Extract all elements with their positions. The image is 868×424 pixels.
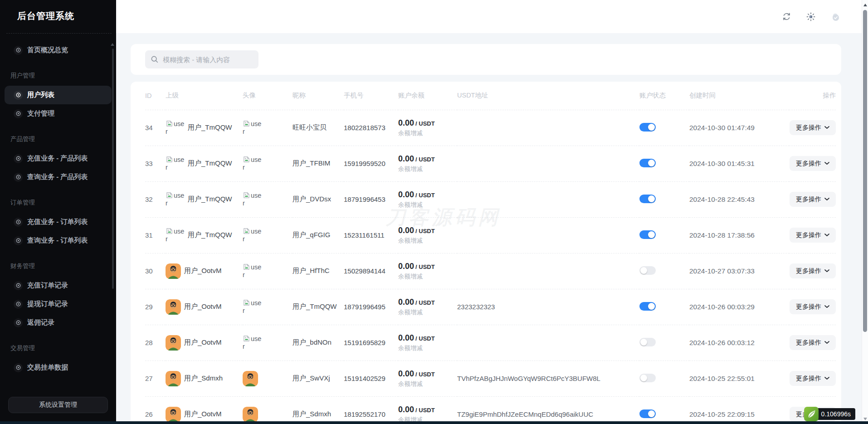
scroll-down-arrow[interactable] (863, 418, 867, 420)
more-actions-button[interactable]: 更多操作 (790, 263, 836, 278)
balance-adjust-link[interactable]: 余额增减 (398, 380, 457, 388)
balance-adjust-link[interactable]: 余额增减 (398, 200, 457, 209)
account-status-toggle[interactable] (639, 374, 656, 382)
parent-avatar: user (166, 120, 185, 135)
page-scrollbar[interactable] (862, 0, 868, 424)
plugin-leaf-icon[interactable] (804, 407, 819, 421)
parent-avatar: user (166, 191, 185, 207)
cell-parent-name: 用户_TmQQW (188, 231, 232, 239)
account-status-toggle[interactable] (639, 302, 656, 311)
more-actions-button[interactable]: 更多操作 (790, 371, 836, 386)
sidebar-item[interactable]: 提现订单记录 (0, 295, 116, 313)
search-icon (151, 55, 159, 63)
more-actions-label: 更多操作 (796, 339, 821, 347)
cell-balance: 0.00 (398, 190, 414, 199)
account-status-toggle[interactable] (639, 409, 656, 418)
balance-adjust-link[interactable]: 余额增减 (398, 272, 457, 281)
col-header-phone: 手机号 (344, 82, 398, 110)
cell-nickname: 用户_qFGIG (293, 217, 344, 253)
chevron-down-icon (824, 234, 829, 237)
refresh-icon[interactable] (781, 11, 792, 22)
broken-image-icon: user (166, 227, 185, 243)
balance-unit: / USDT (415, 120, 435, 127)
cell-id: 30 (145, 253, 166, 289)
sidebar-item[interactable]: 首页概况总览 (0, 41, 116, 59)
cell-phone: 15231161511 (344, 217, 398, 253)
col-header-avatar: 头像 (243, 82, 293, 110)
user-table: ID 上级 头像 昵称 手机号 账户余额 USDT地址 账户状态 创建时间 操作… (145, 82, 836, 424)
balance-adjust-link[interactable]: 余额增减 (398, 165, 457, 173)
more-actions-button[interactable]: 更多操作 (790, 299, 836, 314)
chevron-down-icon (824, 162, 829, 165)
bullseye-icon (14, 300, 23, 309)
sidebar-item-label: 支付管理 (27, 109, 54, 118)
chevron-down-icon (824, 126, 829, 129)
sidebar-scrollbar-thumb[interactable] (112, 49, 114, 289)
cell-parent-name: 用户_OotvM (184, 302, 222, 311)
cell-balance: 0.00 (398, 226, 414, 235)
topbar (116, 0, 862, 33)
cell-created-at: 2024-10-30 01:45:31 (689, 146, 789, 181)
balance-adjust-link[interactable]: 余额增减 (398, 236, 457, 245)
sidebar-item[interactable]: 交易挂单数据 (0, 358, 116, 377)
account-status-toggle[interactable] (639, 338, 656, 346)
scrollbar-thumb[interactable] (863, 10, 867, 332)
sidebar-item[interactable]: 支付管理 (0, 104, 116, 123)
cell-created-at: 2024-10-27 03:07:33 (689, 253, 789, 289)
cell-usdt-address: TZ9giE9PmhDhfJZeECMnqEDd6q96aikUUC (457, 396, 639, 424)
balance-adjust-link[interactable]: 余额增减 (398, 344, 457, 352)
sidebar-item[interactable]: 充值业务 - 订单列表 (0, 213, 116, 231)
status-check-icon[interactable] (830, 11, 841, 22)
parent-avatar: user (166, 299, 181, 315)
account-status-toggle[interactable] (639, 159, 656, 167)
table-row: 27 user (145, 361, 836, 396)
balance-unit: / USDT (415, 299, 435, 306)
sidebar-item-label: 充值业务 - 产品列表 (27, 154, 88, 163)
sidebar-item-label: 用户列表 (27, 91, 54, 99)
cell-balance: 0.00 (398, 369, 414, 378)
account-status-toggle[interactable] (639, 195, 656, 203)
sidebar-item[interactable]: 返佣记录 (0, 313, 116, 332)
account-status-toggle[interactable] (639, 266, 656, 275)
sidebar-item[interactable]: 充值业务 - 产品列表 (0, 149, 116, 168)
scroll-up-arrow[interactable] (863, 4, 867, 6)
sidebar-item[interactable]: 充值订单记录 (0, 276, 116, 295)
account-status-toggle[interactable] (639, 123, 656, 132)
balance-unit: / USDT (415, 335, 435, 342)
more-actions-button[interactable]: 更多操作 (790, 120, 836, 135)
sidebar-scroll-up-arrow[interactable] (111, 43, 114, 46)
theme-toggle-icon[interactable] (805, 11, 816, 22)
cell-id: 29 (145, 289, 166, 325)
cell-balance: 0.00 (398, 154, 414, 163)
user-avatar-image (243, 407, 293, 422)
broken-image-icon: user (243, 335, 262, 350)
balance-adjust-link[interactable]: 余额增减 (398, 129, 457, 137)
table-row: 32 user (145, 181, 836, 217)
more-actions-button[interactable]: 更多操作 (790, 228, 836, 243)
sidebar-item[interactable]: 查询业务 - 订单列表 (0, 231, 116, 250)
more-actions-label: 更多操作 (796, 195, 821, 204)
search-input[interactable] (163, 56, 253, 63)
sidebar-divider (6, 33, 112, 34)
cell-usdt-address (457, 181, 639, 217)
cell-id: 32 (145, 181, 166, 217)
cell-parent-name: 用户_Sdmxh (184, 374, 223, 383)
parent-avatar: user (166, 227, 185, 243)
bullseye-icon (14, 46, 23, 55)
cell-created-at: 2024-10-26 00:03:12 (689, 325, 789, 361)
user-avatar: user (243, 371, 293, 386)
toggle-knob (648, 195, 655, 202)
broken-image-icon: user (166, 120, 185, 135)
sidebar-item[interactable]: 用户列表 (5, 86, 112, 104)
bullseye-icon (14, 173, 23, 182)
account-status-toggle[interactable] (639, 230, 656, 239)
cell-parent-name: 用户_TmQQW (188, 195, 232, 204)
user-avatar-image (166, 299, 181, 315)
system-settings-button[interactable]: 系统设置管理 (8, 397, 108, 413)
sidebar-item[interactable]: 查询业务 - 产品列表 (0, 168, 116, 186)
more-actions-button[interactable]: 更多操作 (790, 335, 836, 350)
table-row: 33 user (145, 146, 836, 181)
more-actions-button[interactable]: 更多操作 (790, 156, 836, 171)
balance-adjust-link[interactable]: 余额增减 (398, 308, 457, 317)
more-actions-button[interactable]: 更多操作 (790, 192, 836, 207)
